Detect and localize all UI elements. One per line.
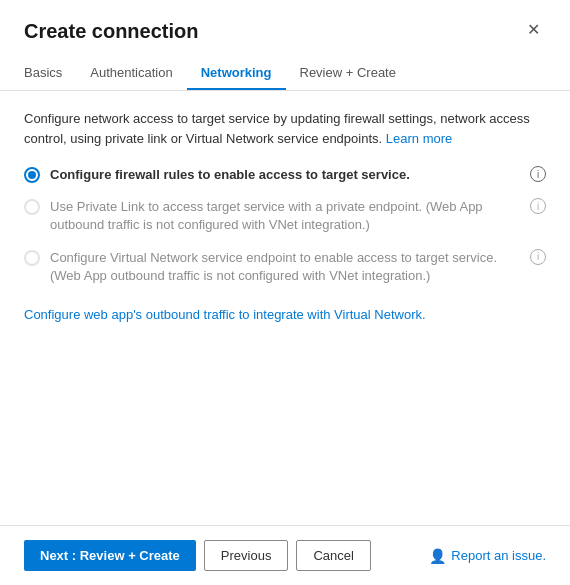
info-icon-private-link: i [530, 198, 546, 214]
radio-firewall[interactable] [24, 167, 40, 183]
vnet-integrate-link[interactable]: Configure web app's outbound traffic to … [24, 307, 426, 322]
tab-authentication[interactable]: Authentication [76, 57, 186, 90]
info-icon-vnet-endpoint: i [530, 249, 546, 265]
tab-review-create[interactable]: Review + Create [286, 57, 410, 90]
vnet-link-row: Configure web app's outbound traffic to … [24, 307, 546, 322]
main-content: Configure network access to target servi… [0, 91, 570, 525]
option-firewall[interactable]: Configure firewall rules to enable acces… [24, 166, 546, 184]
info-icon-firewall[interactable]: i [530, 166, 546, 182]
create-connection-dialog: Create connection ✕ Basics Authenticatio… [0, 0, 570, 585]
dialog-header: Create connection ✕ [0, 0, 570, 43]
previous-button[interactable]: Previous [204, 540, 289, 571]
next-button[interactable]: Next : Review + Create [24, 540, 196, 571]
cancel-button[interactable]: Cancel [296, 540, 370, 571]
learn-more-link[interactable]: Learn more [386, 131, 452, 146]
radio-vnet-endpoint [24, 250, 40, 266]
option-private-link: Use Private Link to access target servic… [24, 198, 546, 234]
report-icon: 👤 [429, 548, 446, 564]
report-issue-link[interactable]: 👤 Report an issue. [429, 548, 546, 564]
dialog-title: Create connection [24, 20, 198, 43]
tab-bar: Basics Authentication Networking Review … [0, 43, 570, 91]
radio-private-link [24, 199, 40, 215]
networking-options: Configure firewall rules to enable acces… [24, 166, 546, 285]
description-text: Configure network access to target servi… [24, 109, 546, 148]
footer: Next : Review + Create Previous Cancel 👤… [0, 525, 570, 585]
option-vnet-endpoint: Configure Virtual Network service endpoi… [24, 249, 546, 285]
close-button[interactable]: ✕ [521, 20, 546, 40]
tab-networking[interactable]: Networking [187, 57, 286, 90]
tab-basics[interactable]: Basics [24, 57, 76, 90]
